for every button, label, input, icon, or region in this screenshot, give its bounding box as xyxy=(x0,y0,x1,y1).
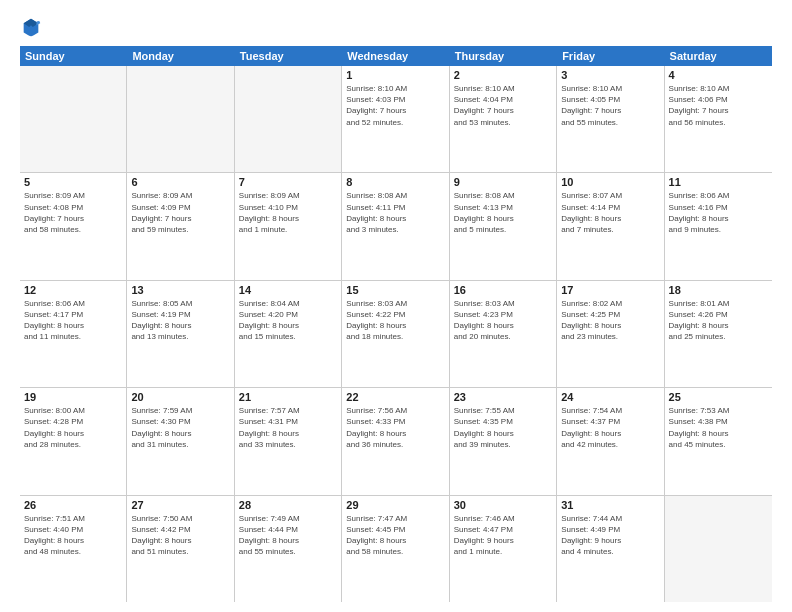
weekday-header-sunday: Sunday xyxy=(20,46,127,66)
cell-info: Sunrise: 8:10 AM Sunset: 4:05 PM Dayligh… xyxy=(561,83,659,128)
calendar-cell: 26Sunrise: 7:51 AM Sunset: 4:40 PM Dayli… xyxy=(20,496,127,602)
calendar-cell xyxy=(235,66,342,172)
calendar-cell: 31Sunrise: 7:44 AM Sunset: 4:49 PM Dayli… xyxy=(557,496,664,602)
logo xyxy=(20,16,46,38)
cell-info: Sunrise: 8:02 AM Sunset: 4:25 PM Dayligh… xyxy=(561,298,659,343)
calendar-cell: 2Sunrise: 8:10 AM Sunset: 4:04 PM Daylig… xyxy=(450,66,557,172)
calendar-row-4: 26Sunrise: 7:51 AM Sunset: 4:40 PM Dayli… xyxy=(20,496,772,602)
cell-day-number: 19 xyxy=(24,391,122,403)
weekday-header-saturday: Saturday xyxy=(665,46,772,66)
cell-info: Sunrise: 8:08 AM Sunset: 4:13 PM Dayligh… xyxy=(454,190,552,235)
calendar-row-0: 1Sunrise: 8:10 AM Sunset: 4:03 PM Daylig… xyxy=(20,66,772,173)
cell-day-number: 26 xyxy=(24,499,122,511)
cell-day-number: 9 xyxy=(454,176,552,188)
calendar-cell: 17Sunrise: 8:02 AM Sunset: 4:25 PM Dayli… xyxy=(557,281,664,387)
cell-day-number: 13 xyxy=(131,284,229,296)
cell-info: Sunrise: 7:47 AM Sunset: 4:45 PM Dayligh… xyxy=(346,513,444,558)
cell-day-number: 31 xyxy=(561,499,659,511)
cell-day-number: 7 xyxy=(239,176,337,188)
calendar-cell: 15Sunrise: 8:03 AM Sunset: 4:22 PM Dayli… xyxy=(342,281,449,387)
calendar-cell: 19Sunrise: 8:00 AM Sunset: 4:28 PM Dayli… xyxy=(20,388,127,494)
cell-info: Sunrise: 7:49 AM Sunset: 4:44 PM Dayligh… xyxy=(239,513,337,558)
cell-day-number: 15 xyxy=(346,284,444,296)
header xyxy=(20,16,772,38)
calendar-cell: 21Sunrise: 7:57 AM Sunset: 4:31 PM Dayli… xyxy=(235,388,342,494)
cell-info: Sunrise: 8:00 AM Sunset: 4:28 PM Dayligh… xyxy=(24,405,122,450)
calendar-cell xyxy=(20,66,127,172)
cell-info: Sunrise: 8:08 AM Sunset: 4:11 PM Dayligh… xyxy=(346,190,444,235)
cell-day-number: 22 xyxy=(346,391,444,403)
calendar-cell: 13Sunrise: 8:05 AM Sunset: 4:19 PM Dayli… xyxy=(127,281,234,387)
cell-day-number: 4 xyxy=(669,69,768,81)
cell-day-number: 2 xyxy=(454,69,552,81)
cell-day-number: 1 xyxy=(346,69,444,81)
cell-info: Sunrise: 8:03 AM Sunset: 4:22 PM Dayligh… xyxy=(346,298,444,343)
cell-info: Sunrise: 8:04 AM Sunset: 4:20 PM Dayligh… xyxy=(239,298,337,343)
cell-day-number: 8 xyxy=(346,176,444,188)
calendar-cell: 24Sunrise: 7:54 AM Sunset: 4:37 PM Dayli… xyxy=(557,388,664,494)
calendar: SundayMondayTuesdayWednesdayThursdayFrid… xyxy=(20,46,772,602)
cell-info: Sunrise: 8:10 AM Sunset: 4:06 PM Dayligh… xyxy=(669,83,768,128)
cell-day-number: 10 xyxy=(561,176,659,188)
calendar-cell: 12Sunrise: 8:06 AM Sunset: 4:17 PM Dayli… xyxy=(20,281,127,387)
calendar-cell: 29Sunrise: 7:47 AM Sunset: 4:45 PM Dayli… xyxy=(342,496,449,602)
calendar-cell: 23Sunrise: 7:55 AM Sunset: 4:35 PM Dayli… xyxy=(450,388,557,494)
cell-day-number: 28 xyxy=(239,499,337,511)
cell-info: Sunrise: 7:51 AM Sunset: 4:40 PM Dayligh… xyxy=(24,513,122,558)
cell-day-number: 16 xyxy=(454,284,552,296)
calendar-cell: 22Sunrise: 7:56 AM Sunset: 4:33 PM Dayli… xyxy=(342,388,449,494)
cell-info: Sunrise: 7:46 AM Sunset: 4:47 PM Dayligh… xyxy=(454,513,552,558)
cell-info: Sunrise: 8:06 AM Sunset: 4:16 PM Dayligh… xyxy=(669,190,768,235)
cell-info: Sunrise: 8:10 AM Sunset: 4:04 PM Dayligh… xyxy=(454,83,552,128)
cell-day-number: 18 xyxy=(669,284,768,296)
cell-day-number: 24 xyxy=(561,391,659,403)
cell-info: Sunrise: 7:55 AM Sunset: 4:35 PM Dayligh… xyxy=(454,405,552,450)
cell-day-number: 3 xyxy=(561,69,659,81)
cell-info: Sunrise: 7:44 AM Sunset: 4:49 PM Dayligh… xyxy=(561,513,659,558)
cell-info: Sunrise: 8:09 AM Sunset: 4:10 PM Dayligh… xyxy=(239,190,337,235)
cell-day-number: 27 xyxy=(131,499,229,511)
cell-info: Sunrise: 8:10 AM Sunset: 4:03 PM Dayligh… xyxy=(346,83,444,128)
calendar-cell: 27Sunrise: 7:50 AM Sunset: 4:42 PM Dayli… xyxy=(127,496,234,602)
calendar-cell: 14Sunrise: 8:04 AM Sunset: 4:20 PM Dayli… xyxy=(235,281,342,387)
cell-info: Sunrise: 7:54 AM Sunset: 4:37 PM Dayligh… xyxy=(561,405,659,450)
calendar-row-3: 19Sunrise: 8:00 AM Sunset: 4:28 PM Dayli… xyxy=(20,388,772,495)
calendar-cell: 1Sunrise: 8:10 AM Sunset: 4:03 PM Daylig… xyxy=(342,66,449,172)
cell-day-number: 30 xyxy=(454,499,552,511)
calendar-cell xyxy=(127,66,234,172)
cell-day-number: 20 xyxy=(131,391,229,403)
cell-info: Sunrise: 8:07 AM Sunset: 4:14 PM Dayligh… xyxy=(561,190,659,235)
calendar-cell xyxy=(665,496,772,602)
cell-day-number: 21 xyxy=(239,391,337,403)
weekday-header-tuesday: Tuesday xyxy=(235,46,342,66)
cell-info: Sunrise: 7:57 AM Sunset: 4:31 PM Dayligh… xyxy=(239,405,337,450)
calendar-cell: 6Sunrise: 8:09 AM Sunset: 4:09 PM Daylig… xyxy=(127,173,234,279)
cell-info: Sunrise: 8:03 AM Sunset: 4:23 PM Dayligh… xyxy=(454,298,552,343)
weekday-header-friday: Friday xyxy=(557,46,664,66)
calendar-cell: 18Sunrise: 8:01 AM Sunset: 4:26 PM Dayli… xyxy=(665,281,772,387)
calendar-body: 1Sunrise: 8:10 AM Sunset: 4:03 PM Daylig… xyxy=(20,66,772,602)
calendar-cell: 28Sunrise: 7:49 AM Sunset: 4:44 PM Dayli… xyxy=(235,496,342,602)
cell-day-number: 14 xyxy=(239,284,337,296)
cell-info: Sunrise: 8:09 AM Sunset: 4:08 PM Dayligh… xyxy=(24,190,122,235)
cell-day-number: 11 xyxy=(669,176,768,188)
calendar-cell: 10Sunrise: 8:07 AM Sunset: 4:14 PM Dayli… xyxy=(557,173,664,279)
cell-info: Sunrise: 7:53 AM Sunset: 4:38 PM Dayligh… xyxy=(669,405,768,450)
cell-info: Sunrise: 8:05 AM Sunset: 4:19 PM Dayligh… xyxy=(131,298,229,343)
page: SundayMondayTuesdayWednesdayThursdayFrid… xyxy=(0,0,792,612)
calendar-header: SundayMondayTuesdayWednesdayThursdayFrid… xyxy=(20,46,772,66)
calendar-cell: 9Sunrise: 8:08 AM Sunset: 4:13 PM Daylig… xyxy=(450,173,557,279)
cell-day-number: 29 xyxy=(346,499,444,511)
cell-info: Sunrise: 8:09 AM Sunset: 4:09 PM Dayligh… xyxy=(131,190,229,235)
weekday-header-wednesday: Wednesday xyxy=(342,46,449,66)
calendar-row-1: 5Sunrise: 8:09 AM Sunset: 4:08 PM Daylig… xyxy=(20,173,772,280)
calendar-cell: 16Sunrise: 8:03 AM Sunset: 4:23 PM Dayli… xyxy=(450,281,557,387)
calendar-cell: 4Sunrise: 8:10 AM Sunset: 4:06 PM Daylig… xyxy=(665,66,772,172)
calendar-cell: 8Sunrise: 8:08 AM Sunset: 4:11 PM Daylig… xyxy=(342,173,449,279)
calendar-cell: 11Sunrise: 8:06 AM Sunset: 4:16 PM Dayli… xyxy=(665,173,772,279)
cell-info: Sunrise: 7:59 AM Sunset: 4:30 PM Dayligh… xyxy=(131,405,229,450)
cell-day-number: 17 xyxy=(561,284,659,296)
calendar-cell: 7Sunrise: 8:09 AM Sunset: 4:10 PM Daylig… xyxy=(235,173,342,279)
calendar-row-2: 12Sunrise: 8:06 AM Sunset: 4:17 PM Dayli… xyxy=(20,281,772,388)
cell-day-number: 5 xyxy=(24,176,122,188)
